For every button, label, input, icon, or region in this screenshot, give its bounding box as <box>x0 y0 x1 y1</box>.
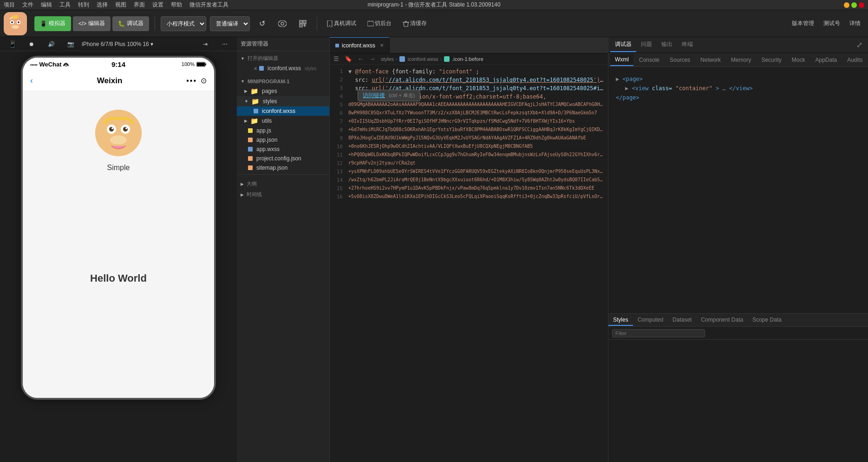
open-editors-title[interactable]: ▼ 打开的编辑器 <box>237 53 329 64</box>
tab-iconfont-wxss[interactable]: iconfont.wxss ✕ <box>330 37 390 53</box>
folder-styles[interactable]: ▼ 📁 styles <box>237 96 329 106</box>
screenshot-button[interactable]: 📷 <box>62 37 79 52</box>
file-iconfont-wxss[interactable]: iconfont.wxss <box>237 106 329 116</box>
devtools-tab-problems[interactable]: 问题 <box>636 38 657 52</box>
breadcrumb-bookmark-icon[interactable]: 🔖 <box>345 55 352 62</box>
tab-close-icon[interactable]: ✕ <box>380 43 384 48</box>
wxml-panel[interactable]: ▶ <page> ▶ <view class= "container" > … … <box>608 67 868 313</box>
mode-select[interactable]: 小程序模式 <box>161 16 206 31</box>
cut-backend-button[interactable]: 切后台 <box>364 16 395 31</box>
folder-styles-icon: 📁 <box>251 98 259 105</box>
project-root[interactable]: ▼ MINIPROGRAM-1 <box>237 77 329 86</box>
menu-settings[interactable]: 设置 <box>152 1 163 9</box>
compile-select[interactable]: 普通编译 <box>210 16 250 31</box>
menu-goto[interactable]: 转到 <box>78 1 89 9</box>
tab-mock[interactable]: Mock <box>787 54 810 66</box>
menu-help[interactable]: 帮助 <box>171 1 182 9</box>
tab-wxml[interactable]: Wxml <box>610 54 633 66</box>
svg-rect-12 <box>300 21 301 22</box>
tab-console[interactable]: Console <box>634 54 664 66</box>
tab-security[interactable]: Security <box>757 54 786 66</box>
xml-line-page-open[interactable]: ▶ <page> <box>616 74 861 84</box>
test-button[interactable]: 测试号 <box>820 16 844 31</box>
link-tooltip: 访问链接 (ctrl + 单击) <box>358 90 420 101</box>
devtools-tab-terminal[interactable]: 终端 <box>677 38 698 52</box>
more-device-options[interactable]: ⋯ <box>216 37 233 52</box>
timeline-section[interactable]: ▶ 时间线 <box>237 189 329 200</box>
version-mgr-button[interactable]: 版本管理 <box>788 16 818 31</box>
open-editors-section: ▼ 打开的编辑器 ✕ iconfont.wxss styles <box>237 51 329 75</box>
svg-rect-37 <box>399 56 405 62</box>
phone-content: Simple Hello World <box>23 91 214 400</box>
menu-edit[interactable]: 编辑 <box>41 1 52 9</box>
breadcrumb-menu-icon[interactable]: ☰ <box>333 55 339 62</box>
filter-bar <box>608 327 868 340</box>
file-sitemap[interactable]: sitemap.json <box>237 163 329 172</box>
menu-view[interactable]: 视图 <box>115 1 126 9</box>
code-lines[interactable]: 1 ▼ @font-face {font-family: "iconfont" … <box>330 65 608 462</box>
editor-button[interactable]: </> 编辑器 <box>73 16 111 31</box>
expand-devtools-icon[interactable]: ⇥ <box>197 37 214 52</box>
record-button[interactable]: ⏺ <box>23 37 40 52</box>
details-button[interactable]: 详情 <box>846 16 864 31</box>
real-device-button[interactable]: 真机调试 <box>323 16 360 31</box>
link-token-1[interactable]: url('//at.alicdn.com/t/font_2101853_jsja… <box>372 77 604 83</box>
link-url[interactable]: 访问链接 <box>363 92 385 99</box>
close-file-icon[interactable]: ✕ <box>254 66 257 71</box>
avatar-name: Simple <box>107 164 130 172</box>
devtools-tab-debugger[interactable]: 调试器 <box>610 38 636 52</box>
devtools-tab-output[interactable]: 输出 <box>657 38 677 52</box>
file-app-js[interactable]: app.js <box>237 126 329 135</box>
preview-button[interactable] <box>274 16 291 31</box>
open-file-iconfont[interactable]: ✕ iconfont.wxss styles <box>237 64 329 73</box>
phone-status-bar: ••••• WeChat 9:14 100% <box>23 58 214 71</box>
menu-select[interactable]: 选择 <box>97 1 108 9</box>
filter-input[interactable] <box>612 329 705 337</box>
xml-content: ▶ <page> ▶ <view class= "container" > … … <box>612 71 864 106</box>
breadcrumb-forward-icon[interactable]: → <box>369 55 375 62</box>
window-close[interactable] <box>859 2 864 8</box>
tab-css-icon <box>335 44 339 47</box>
menu-wechat-dev[interactable]: 微信开发者工具 <box>189 1 228 9</box>
tab-network[interactable]: Network <box>696 54 725 66</box>
json2-file-icon <box>248 156 253 161</box>
sub-tab-component-data[interactable]: Component Data <box>696 315 748 326</box>
sub-tab-scope-data[interactable]: Scope Data <box>748 315 786 326</box>
tab-memory[interactable]: Memory <box>726 54 756 66</box>
phone-battery: 100% <box>182 61 207 67</box>
folder-utils[interactable]: ▶ 📁 utils <box>237 116 329 126</box>
file-app-wxss[interactable]: app.wxss <box>237 145 329 154</box>
sub-tab-computed[interactable]: Computed <box>633 315 668 326</box>
device-portrait-icon[interactable]: 📱 <box>4 37 20 52</box>
menu-file[interactable]: 文件 <box>22 1 33 9</box>
refresh-button[interactable]: ↺ <box>254 16 270 31</box>
scan-button[interactable] <box>294 16 311 31</box>
menu-xiang[interactable]: 项目 <box>4 1 15 9</box>
devtools-maximize-icon[interactable]: ⤢ <box>853 40 866 49</box>
editor-tabs: iconfont.wxss ✕ <box>330 37 608 53</box>
outline-section[interactable]: ▶ 大纲 <box>237 178 329 189</box>
code-line: 7 +0IvI15UqZDsbhUp7fRrr0EI7giSOfHFJHNncr… <box>330 119 608 127</box>
xml-line-view[interactable]: ▶ <view class= "container" > … </view> <box>616 84 861 93</box>
window-maximize[interactable] <box>851 2 857 8</box>
tab-sources[interactable]: Sources <box>665 54 695 66</box>
sub-tab-styles[interactable]: Styles <box>608 315 633 326</box>
tab-appdata[interactable]: AppData <box>810 54 842 66</box>
window-minimize[interactable] <box>844 2 849 8</box>
menu-interface[interactable]: 界面 <box>134 1 145 9</box>
simulator-area: 📱 ⏺ 🔊 📷 iPhone 6/7/8 Plus 100% 16 ▾ ⇥ ⋯ … <box>0 37 237 462</box>
styles-content <box>608 340 868 462</box>
menu-tool[interactable]: 工具 <box>59 1 71 9</box>
css-icon <box>259 66 264 71</box>
clear-cache-button[interactable]: 清缓存 <box>399 16 431 31</box>
code-line: 9 8PXoJHogCwIDEAU9U1kWWgPyJ15NQvG3UyVEqk… <box>330 135 608 144</box>
file-project-config[interactable]: project.config.json <box>237 154 329 163</box>
file-app-json[interactable]: app.json <box>237 135 329 145</box>
breadcrumb-back-icon[interactable]: ← <box>358 55 364 62</box>
folder-pages[interactable]: ▶ 📁 pages <box>237 86 329 96</box>
sub-tab-dataset[interactable]: Dataset <box>668 315 696 326</box>
tab-audits[interactable]: Audits <box>842 54 867 66</box>
audio-button[interactable]: 🔊 <box>43 37 59 52</box>
simulator-button[interactable]: 📱 模拟器 <box>34 16 71 31</box>
debug-button[interactable]: 🐛 调试器 <box>112 16 149 31</box>
